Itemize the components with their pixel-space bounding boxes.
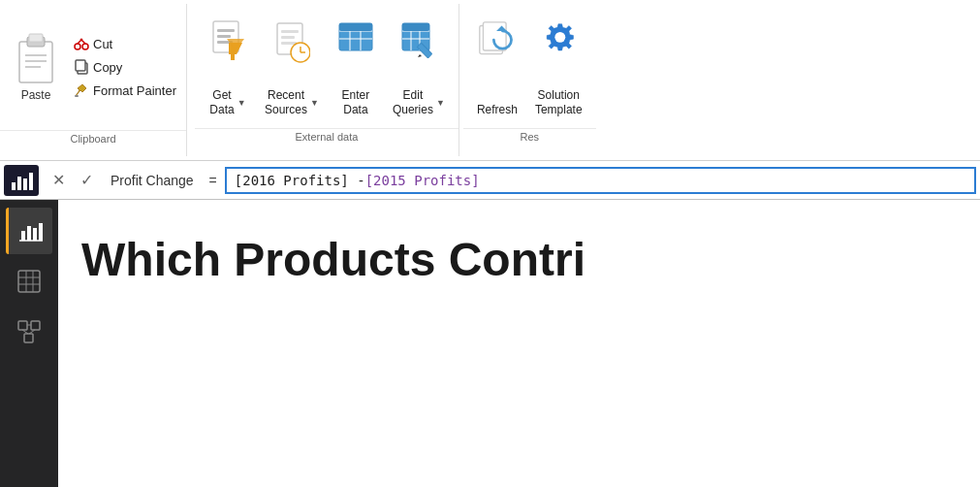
res-section-label: Res	[463, 128, 596, 146]
svg-rect-60	[24, 334, 33, 342]
sidebar-item-table[interactable]	[6, 258, 52, 305]
external-data-group: GetData ▼	[195, 4, 459, 156]
recent-sources-icon	[272, 14, 311, 68]
res-buttons: Refresh SolutionTemplate	[463, 4, 596, 128]
formula-cancel-button[interactable]: ✕	[47, 169, 71, 191]
svg-rect-15	[217, 35, 231, 38]
svg-rect-44	[12, 182, 16, 190]
svg-rect-5	[29, 34, 43, 42]
recent-sources-button[interactable]: RecentSources ▼	[257, 8, 327, 124]
svg-rect-50	[33, 228, 37, 241]
sidebar-item-chart[interactable]	[6, 208, 52, 254]
refresh-icon	[478, 14, 517, 68]
get-data-icon	[208, 14, 247, 68]
sidebar	[0, 200, 58, 487]
sidebar-item-model[interactable]	[6, 308, 52, 355]
formula-expression-part2: [2015 Profits]	[365, 173, 480, 188]
svg-point-6	[75, 44, 80, 49]
copy-icon	[74, 59, 89, 75]
scissors-icon	[74, 36, 89, 51]
spacer1	[187, 4, 195, 156]
formula-bar-chart-icon	[4, 165, 39, 196]
svg-rect-58	[18, 321, 27, 330]
solution-template-svg	[539, 16, 578, 65]
svg-rect-45	[17, 177, 21, 190]
get-data-button[interactable]: GetData ▼	[201, 8, 255, 124]
svg-rect-21	[281, 36, 295, 39]
edit-queries-label: EditQueries	[393, 88, 433, 118]
cut-label: Cut	[93, 37, 112, 51]
external-data-section-label: External data	[195, 128, 458, 146]
formula-equals-sign: =	[205, 173, 221, 188]
enter-data-svg	[337, 17, 374, 64]
svg-rect-51	[39, 223, 43, 241]
ribbon-content: Paste Cut	[0, 0, 980, 160]
svg-rect-14	[217, 29, 235, 32]
paste-label: Paste	[21, 88, 51, 102]
svg-line-9	[80, 39, 85, 44]
refresh-button[interactable]: Refresh	[469, 8, 525, 124]
svg-point-7	[82, 44, 88, 49]
edit-queries-icon	[399, 14, 438, 68]
res-group: Refresh SolutionTemplate Res	[463, 4, 596, 156]
formula-field-name: Profit Change	[103, 173, 202, 188]
get-data-label-row: GetData ▼	[209, 88, 245, 118]
copy-button[interactable]: Copy	[70, 57, 180, 77]
svg-point-43	[555, 32, 566, 43]
enter-data-button[interactable]: EnterData	[329, 8, 383, 124]
svg-rect-59	[31, 321, 40, 330]
svg-rect-31	[339, 23, 372, 31]
solution-template-icon	[539, 14, 578, 68]
edit-queries-button[interactable]: EditQueries ▼	[385, 8, 453, 124]
main-area: Which Products Contri	[0, 200, 980, 487]
svg-marker-39	[418, 54, 422, 57]
get-data-label: GetData	[209, 88, 234, 118]
content-area: Which Products Contri	[58, 200, 980, 487]
svg-rect-47	[29, 173, 33, 190]
chart-view-icon	[19, 219, 43, 243]
svg-rect-46	[23, 179, 27, 190]
paste-button[interactable]: Paste	[6, 26, 66, 108]
copy-label: Copy	[93, 60, 122, 75]
recent-sources-label-row: RecentSources ▼	[265, 88, 319, 118]
clipboard-group: Paste Cut	[0, 4, 186, 130]
svg-rect-11	[76, 60, 85, 71]
format-painter-button[interactable]: Format Painter	[70, 81, 180, 100]
svg-rect-41	[483, 22, 506, 50]
formula-confirm-button[interactable]: ✓	[75, 169, 99, 191]
clipboard-actions: Cut Copy Format Pain	[66, 34, 180, 100]
model-view-icon	[17, 320, 41, 343]
refresh-label: Refresh	[477, 103, 518, 118]
cut-button[interactable]: Cut	[70, 34, 180, 53]
table-view-icon	[17, 270, 41, 293]
get-data-arrow: ▼	[237, 98, 246, 108]
svg-rect-37	[402, 23, 429, 31]
paste-icon	[14, 32, 58, 86]
edit-queries-svg	[400, 17, 437, 64]
get-data-svg	[209, 17, 246, 64]
solution-template-button[interactable]: SolutionTemplate	[527, 8, 590, 124]
ribbon: Paste Cut	[0, 0, 980, 161]
svg-rect-20	[281, 30, 299, 33]
edit-queries-label-row: EditQueries ▼	[393, 88, 445, 118]
bar-chart-icon	[10, 169, 33, 192]
enter-data-label: EnterData	[342, 88, 370, 118]
recent-sources-svg	[273, 17, 310, 64]
svg-rect-12	[75, 95, 79, 97]
format-painter-icon	[74, 82, 89, 98]
solution-template-label: SolutionTemplate	[535, 88, 583, 118]
svg-rect-49	[27, 226, 31, 241]
recent-sources-label: RecentSources	[265, 88, 307, 118]
enter-data-icon	[336, 14, 375, 68]
external-data-buttons: GetData ▼	[195, 4, 458, 128]
svg-rect-53	[18, 271, 40, 292]
refresh-svg	[478, 16, 517, 65]
edit-queries-arrow: ▼	[436, 98, 445, 108]
recent-sources-arrow: ▼	[310, 98, 319, 108]
svg-rect-0	[19, 42, 52, 82]
formula-expression-box[interactable]: [2016 Profits] - [2015 Profits]	[225, 167, 976, 194]
formula-expression-part1: [2016 Profits] -	[235, 173, 365, 188]
clipboard-section-label: Clipboard	[0, 130, 186, 148]
svg-rect-48	[21, 231, 25, 241]
content-title: Which Products Contri	[81, 235, 957, 286]
